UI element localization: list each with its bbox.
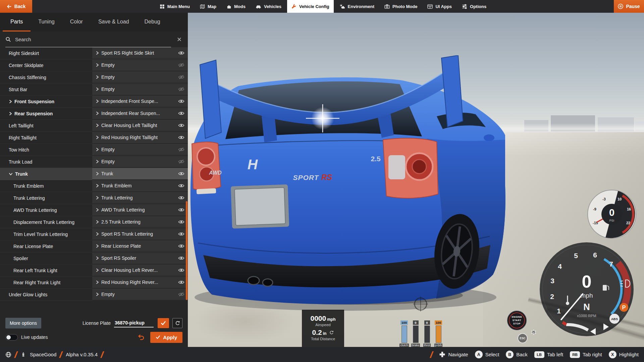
tab-tuning[interactable]: Tuning bbox=[31, 13, 62, 32]
chevron-right-icon bbox=[96, 111, 99, 115]
tab-debug[interactable]: Debug bbox=[137, 13, 168, 32]
topbar-item-photo-mode[interactable]: Photo Mode bbox=[380, 0, 422, 13]
visibility-eye-icon[interactable] bbox=[176, 135, 186, 140]
part-option-tow-hitch[interactable]: Empty bbox=[92, 144, 188, 156]
part-option-right-sideskirt[interactable]: Sport RS Right Side Skirt bbox=[92, 47, 188, 59]
part-row-right-sideskirt: Right SideskirtSport RS Right Side Skirt bbox=[0, 47, 188, 59]
part-option-trim-level-trunk-lettering[interactable]: Sport RS Trunk Lettering bbox=[92, 228, 188, 240]
part-option-spoiler[interactable]: Sport RS Spoiler bbox=[92, 252, 188, 264]
part-option-left-taillight[interactable]: Clear Housing Left Taillight bbox=[92, 120, 188, 132]
visibility-eye-icon[interactable] bbox=[176, 195, 186, 200]
topbar-item-main-menu[interactable]: Main Menu bbox=[155, 0, 194, 13]
part-option-displacement-trunk-lettering[interactable]: 2.5 Trunk Lettering bbox=[92, 216, 188, 228]
part-option-rear-suspension[interactable]: Independent Rear Suspen... bbox=[92, 108, 188, 120]
visibility-eye-icon[interactable] bbox=[176, 267, 186, 273]
part-option-rear-left-trunk-light[interactable]: Clear Housing Left Rever... bbox=[92, 264, 188, 277]
gamepad-button-a: A bbox=[475, 351, 483, 358]
visibility-eye-off-icon[interactable] bbox=[176, 147, 186, 152]
part-option-strut-bar[interactable]: Empty bbox=[92, 83, 188, 96]
more-options-button[interactable]: More options bbox=[5, 318, 41, 328]
license-plate-generate-button[interactable] bbox=[172, 318, 182, 328]
chevron-right-icon bbox=[96, 280, 99, 284]
part-option-rear-license-plate[interactable]: Rear License Plate bbox=[92, 240, 188, 252]
reset-distance-icon[interactable] bbox=[329, 330, 334, 335]
visibility-eye-icon[interactable] bbox=[176, 255, 186, 261]
topbar-item-mods[interactable]: Mods bbox=[222, 0, 250, 13]
chevron-right-icon bbox=[96, 87, 99, 91]
part-slot-rear-suspension[interactable]: Rear Suspension bbox=[0, 108, 92, 120]
visibility-eye-off-icon[interactable] bbox=[176, 86, 186, 92]
scrollbar[interactable] bbox=[186, 201, 187, 300]
tab-save-load[interactable]: Save & Load bbox=[91, 13, 137, 32]
topbar-item-environment[interactable]: Environment bbox=[335, 0, 379, 13]
topbar-item-vehicles[interactable]: Vehicles bbox=[251, 0, 286, 13]
part-slot-trunk-load[interactable]: Trunk Load bbox=[0, 156, 92, 168]
topbar-item-vehicle-config[interactable]: Vehicle Config bbox=[287, 0, 334, 13]
visibility-eye-icon[interactable] bbox=[176, 99, 186, 104]
visibility-eye-icon[interactable] bbox=[176, 111, 186, 116]
part-slot-right-sideskirt[interactable]: Right Sideskirt bbox=[0, 47, 92, 59]
visibility-eye-icon[interactable] bbox=[176, 123, 186, 128]
part-slot-displacement-trunk-lettering[interactable]: Displacement Trunk Lettering bbox=[0, 216, 92, 228]
part-slot-chassis-stiffening[interactable]: Chassis Stiffening bbox=[0, 71, 92, 83]
part-slot-center-skidplate[interactable]: Center Skidplate bbox=[0, 59, 92, 71]
language-globe-icon[interactable] bbox=[5, 352, 11, 358]
part-slot-spoiler[interactable]: Spoiler bbox=[0, 252, 92, 264]
pause-button[interactable]: Pause bbox=[614, 0, 644, 13]
part-slot-rear-right-trunk-light[interactable]: Rear Right Trunk Light bbox=[0, 277, 92, 289]
back-button[interactable]: Back bbox=[0, 0, 32, 13]
part-slot-front-suspension[interactable]: Front Suspension bbox=[0, 96, 92, 108]
part-slot-trunk-emblem[interactable]: Trunk Emblem bbox=[0, 180, 92, 192]
part-option-rear-right-trunk-light[interactable]: Red Housing Right Rever... bbox=[92, 277, 188, 289]
part-option-trunk[interactable]: Trunk bbox=[92, 168, 188, 180]
visibility-eye-off-icon[interactable] bbox=[176, 74, 186, 80]
part-slot-left-taillight[interactable]: Left Taillight bbox=[0, 120, 92, 132]
tab-color[interactable]: Color bbox=[62, 13, 91, 32]
part-option-front-suspension[interactable]: Independent Front Suspe... bbox=[92, 96, 188, 108]
part-option-awd-trunk-lettering[interactable]: AWD Trunk Lettering bbox=[92, 204, 188, 216]
part-slot-trunk[interactable]: Trunk bbox=[0, 168, 92, 180]
part-option-trunk-lettering[interactable]: Trunk Lettering bbox=[92, 192, 188, 204]
visibility-eye-off-icon[interactable] bbox=[176, 62, 186, 68]
part-option-center-skidplate[interactable]: Empty bbox=[92, 59, 188, 71]
visibility-eye-icon[interactable] bbox=[176, 219, 186, 225]
part-slot-under-glow-lights[interactable]: Under Glow Lights bbox=[0, 289, 92, 301]
visibility-eye-icon[interactable] bbox=[176, 50, 186, 56]
apply-button[interactable]: Apply bbox=[150, 332, 182, 343]
visibility-eye-off-icon[interactable] bbox=[176, 159, 186, 164]
part-slot-awd-trunk-lettering[interactable]: AWD Trunk Lettering bbox=[0, 204, 92, 216]
part-option-right-taillight[interactable]: Red Housing Right Taillight bbox=[92, 132, 188, 144]
part-slot-trim-level-trunk-lettering[interactable]: Trim Level Trunk Lettering bbox=[0, 228, 92, 240]
search-input[interactable] bbox=[15, 37, 171, 42]
part-slot-strut-bar[interactable]: Strut Bar bbox=[0, 83, 92, 96]
visibility-eye-icon[interactable] bbox=[176, 207, 186, 213]
part-option-chassis-stiffening[interactable]: Empty bbox=[92, 71, 188, 83]
visibility-eye-icon[interactable] bbox=[176, 231, 186, 237]
visibility-eye-icon[interactable] bbox=[176, 243, 186, 249]
tab-parts[interactable]: Parts bbox=[3, 13, 31, 32]
part-slot-right-taillight[interactable]: Right Taillight bbox=[0, 132, 92, 144]
visibility-eye-icon[interactable] bbox=[176, 280, 186, 285]
topbar-item-options[interactable]: Options bbox=[458, 0, 491, 13]
visibility-eye-off-icon[interactable] bbox=[176, 292, 186, 297]
pedal-gauge-clutch: 100clutch bbox=[400, 320, 409, 347]
clear-search-icon[interactable] bbox=[175, 37, 183, 42]
visibility-eye-icon[interactable] bbox=[176, 183, 186, 188]
part-slot-tow-hitch[interactable]: Tow Hitch bbox=[0, 144, 92, 156]
part-option-under-glow-lights[interactable]: Empty bbox=[92, 289, 188, 301]
visibility-eye-icon[interactable] bbox=[176, 171, 186, 176]
part-slot-rear-license-plate[interactable]: Rear License Plate bbox=[0, 240, 92, 252]
undo-button[interactable] bbox=[138, 334, 145, 340]
engine-start-stop-button[interactable]: ENGINE START STOP bbox=[507, 311, 527, 330]
license-plate-confirm-button[interactable] bbox=[158, 318, 169, 328]
topbar-item-ui-apps[interactable]: UI Apps bbox=[423, 0, 456, 13]
part-slot-rear-left-trunk-light[interactable]: Rear Left Trunk Light bbox=[0, 264, 92, 277]
part-option-trunk-emblem[interactable]: Trunk Emblem bbox=[92, 180, 188, 192]
live-updates-toggle[interactable] bbox=[5, 334, 18, 341]
topbar-item-map[interactable]: Map bbox=[196, 0, 221, 13]
license-plate-input[interactable] bbox=[114, 319, 154, 327]
camera-icon bbox=[384, 4, 390, 9]
part-option-trunk-load[interactable]: Empty bbox=[92, 156, 188, 168]
part-row-trunk-load: Trunk LoadEmpty bbox=[0, 156, 188, 168]
part-slot-trunk-lettering[interactable]: Trunk Lettering bbox=[0, 192, 92, 204]
